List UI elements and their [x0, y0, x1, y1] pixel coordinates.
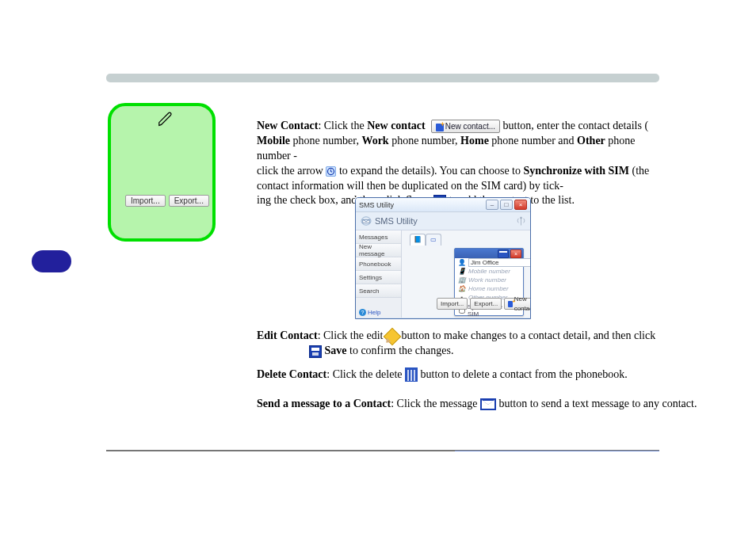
sidebar: Messages New message Phonebook Settings …: [356, 230, 402, 318]
antenna-icon: [517, 215, 525, 227]
sidebar-item-settings[interactable]: Settings: [356, 271, 401, 284]
help-link[interactable]: ?Help: [356, 306, 401, 318]
window-title: SMS Utility: [359, 201, 394, 209]
dialog-save-button[interactable]: [498, 249, 509, 258]
sidebar-item-search[interactable]: Search: [356, 284, 401, 298]
help-icon: ?: [359, 309, 366, 316]
mobile-placeholder: Mobile number: [468, 268, 510, 275]
app-screenshot: SMS Utility – □ × SMS Utility Messages N…: [355, 197, 531, 319]
tab-book[interactable]: 📘: [410, 234, 426, 246]
send-message-text: Send a message to a Contact: Click the m…: [257, 398, 697, 410]
export-button[interactable]: Export...: [470, 298, 502, 310]
top-divider: [106, 74, 659, 82]
sidebar-item-phonebook[interactable]: Phonebook: [356, 257, 401, 271]
sidebar-item-new-message[interactable]: New message: [356, 244, 401, 257]
new-contact-icon: [436, 124, 444, 131]
work-placeholder: Work number: [468, 276, 506, 284]
tab-card[interactable]: ▭: [426, 234, 441, 246]
dialog-close-button[interactable]: ×: [510, 249, 521, 258]
home-icon: 🏠: [459, 286, 465, 292]
note-export-button[interactable]: Export...: [169, 195, 209, 207]
trash-icon: [405, 369, 418, 382]
close-button[interactable]: ×: [514, 200, 527, 210]
note-import-button[interactable]: Import...: [125, 195, 166, 207]
work-icon: 🏢: [459, 277, 465, 284]
bottom-divider: [106, 450, 659, 451]
app-header: SMS Utility: [356, 212, 530, 230]
new-contact-heading: New Contact: [257, 120, 318, 131]
new-contact-button[interactable]: New contact...: [431, 120, 500, 133]
person-icon: 👤: [459, 260, 465, 266]
maximize-button[interactable]: □: [500, 200, 513, 210]
new-contact-mini-button[interactable]: New contact...: [504, 298, 531, 310]
delete-contact-text: Delete Contact: Click the delete button …: [257, 368, 628, 382]
arrow-clock-icon: [326, 166, 336, 177]
svg-point-3: [521, 217, 522, 219]
side-pill: [32, 250, 71, 272]
mail-icon: [480, 398, 496, 410]
home-placeholder: Home number: [468, 285, 509, 292]
note-box: Import... Export...: [108, 103, 216, 242]
sidebar-item-messages[interactable]: Messages: [356, 230, 401, 244]
save-icon-2: [309, 345, 322, 358]
pencil-icon: [157, 111, 174, 128]
name-input[interactable]: [468, 258, 531, 267]
mobile-icon: 📱: [459, 268, 465, 275]
new-icon: [508, 301, 513, 307]
titlebar: SMS Utility – □ ×: [356, 198, 530, 212]
envelope-icon: [361, 216, 372, 226]
minimize-button[interactable]: –: [486, 200, 498, 210]
import-button[interactable]: Import...: [437, 298, 468, 310]
edit-contact-text: Edit Contact: Click the edit button to m…: [257, 329, 655, 343]
